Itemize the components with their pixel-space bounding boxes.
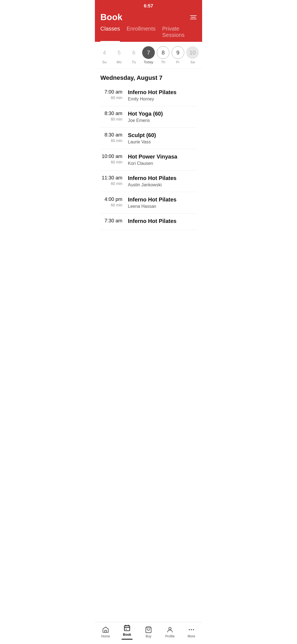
date-number-10: 10 [186,46,199,59]
class-info-4: Inferno Hot Pilates Austin Jankowski [128,175,197,187]
content-area: 4 Su 5 Mo 6 Tu 7 Today 8 Th 9 Fr 10 Sa W… [95,42,202,255]
nav-more-label: More [188,634,195,638]
class-name-4: Inferno Hot Pilates [128,175,197,181]
class-time-1: 8:30 am 60 min [100,111,128,121]
class-name-3: Hot Power Vinyasa [128,154,197,160]
date-item-5[interactable]: 5 Mo [112,46,126,64]
class-duration-1: 60 min [100,117,122,121]
profile-icon [166,626,174,633]
filter-button[interactable] [190,15,197,19]
class-item-3[interactable]: 10:00 am 60 min Hot Power Vinyasa Kori C… [100,149,197,171]
svg-rect-1 [124,626,130,631]
class-name-0: Inferno Hot Pilates [128,89,197,95]
svg-point-3 [169,627,171,630]
nav-book-indicator [122,639,133,640]
date-number-6: 6 [128,46,140,59]
class-item-4[interactable]: 11:30 am 60 min Inferno Hot Pilates Aust… [100,171,197,192]
tab-classes[interactable]: Classes [100,26,120,42]
class-name-6: Inferno Hot Pilates [128,218,197,224]
date-label-4: Su [102,60,107,64]
date-label-7: Today [144,60,153,64]
class-name-5: Inferno Hot Pilates [128,197,197,203]
class-list: 7:00 am 60 min Inferno Hot Pilates Emily… [95,85,202,230]
date-picker: 4 Su 5 Mo 6 Tu 7 Today 8 Th 9 Fr 10 Sa [95,42,202,69]
class-time-0: 7:00 am 60 min [100,89,128,100]
date-number-4: 4 [98,46,111,59]
date-number-8: 8 [157,46,169,59]
filter-line-2 [191,17,196,18]
date-label-9: Fr [176,60,180,64]
class-item-2[interactable]: 8:30 am 60 min Sculpt (60) Laurie Vass [100,128,197,149]
class-time-main-6: 7:30 am [100,218,122,224]
filter-line-3 [190,19,197,19]
bottom-nav: Home Book Buy Profile More [95,622,202,644]
home-icon [102,626,109,633]
nav-buy[interactable]: Buy [138,626,159,638]
class-item-1[interactable]: 8:30 am 60 min Hot Yoga (60) Joe Emens [100,106,197,128]
date-item-8[interactable]: 8 Th [156,46,170,64]
class-time-2: 8:30 am 60 min [100,132,128,143]
svg-rect-0 [105,630,107,632]
nav-profile[interactable]: Profile [159,626,181,638]
class-info-1: Hot Yoga (60) Joe Emens [128,111,197,123]
class-instructor-0: Emily Horney [128,97,197,102]
book-icon [123,624,131,632]
nav-buy-label: Buy [146,634,152,638]
class-time-5: 4:00 pm 60 min [100,197,128,207]
date-label-8: Th [161,60,165,64]
nav-home[interactable]: Home [95,626,116,638]
class-item-0[interactable]: 7:00 am 60 min Inferno Hot Pilates Emily… [100,85,197,106]
svg-point-6 [193,629,194,630]
nav-book[interactable]: Book [116,624,138,640]
date-number-7: 7 [142,46,155,59]
date-label-5: Mo [117,60,122,64]
class-time-3: 10:00 am 60 min [100,154,128,164]
date-item-9[interactable]: 9 Fr [171,46,185,64]
class-instructor-4: Austin Jankowski [128,182,197,187]
date-item-6[interactable]: 6 Tu [127,46,141,64]
status-time: 6:57 [144,3,153,9]
nav-tabs: Classes Enrollments Private Sessions [95,22,202,42]
tab-private-sessions[interactable]: Private Sessions [162,26,197,42]
status-bar: 6:57 [95,0,202,10]
class-name-2: Sculpt (60) [128,132,197,138]
nav-book-label: Book [123,633,131,637]
buy-icon [145,626,152,633]
tab-enrollments[interactable]: Enrollments [127,26,156,42]
class-info-5: Inferno Hot Pilates Leena Hassan [128,197,197,209]
class-time-6: 7:30 am [100,218,128,224]
filter-line-1 [190,15,197,16]
class-instructor-5: Leena Hassan [128,204,197,209]
date-item-10[interactable]: 10 Sa [186,46,199,64]
class-info-0: Inferno Hot Pilates Emily Horney [128,89,197,102]
date-item-4[interactable]: 4 Su [98,46,111,64]
class-info-6: Inferno Hot Pilates [128,218,197,225]
more-icon [188,626,195,633]
class-name-1: Hot Yoga (60) [128,111,197,117]
nav-profile-label: Profile [165,634,175,638]
class-item-6[interactable]: 7:30 am Inferno Hot Pilates [100,214,197,230]
date-item-7[interactable]: 7 Today [142,46,155,64]
class-instructor-3: Kori Clausen [128,161,197,166]
class-time-main-3: 10:00 am [100,154,122,159]
svg-point-4 [189,629,190,630]
class-time-main-0: 7:00 am [100,89,122,95]
header: Book [95,10,202,22]
class-duration-4: 60 min [100,181,122,186]
class-info-2: Sculpt (60) Laurie Vass [128,132,197,144]
svg-point-5 [191,629,192,630]
date-heading: Wednesday, August 7 [95,69,202,85]
class-info-3: Hot Power Vinyasa Kori Clausen [128,154,197,166]
class-time-main-1: 8:30 am [100,111,122,116]
nav-home-label: Home [101,634,110,638]
page-title: Book [100,12,122,22]
date-label-10: Sa [190,60,195,64]
class-item-5[interactable]: 4:00 pm 60 min Inferno Hot Pilates Leena… [100,192,197,214]
class-instructor-1: Joe Emens [128,118,197,123]
class-duration-5: 60 min [100,203,122,207]
nav-more[interactable]: More [181,626,202,638]
class-time-main-5: 4:00 pm [100,197,122,202]
date-number-5: 5 [113,46,125,59]
class-instructor-2: Laurie Vass [128,140,197,144]
class-time-4: 11:30 am 60 min [100,175,128,186]
